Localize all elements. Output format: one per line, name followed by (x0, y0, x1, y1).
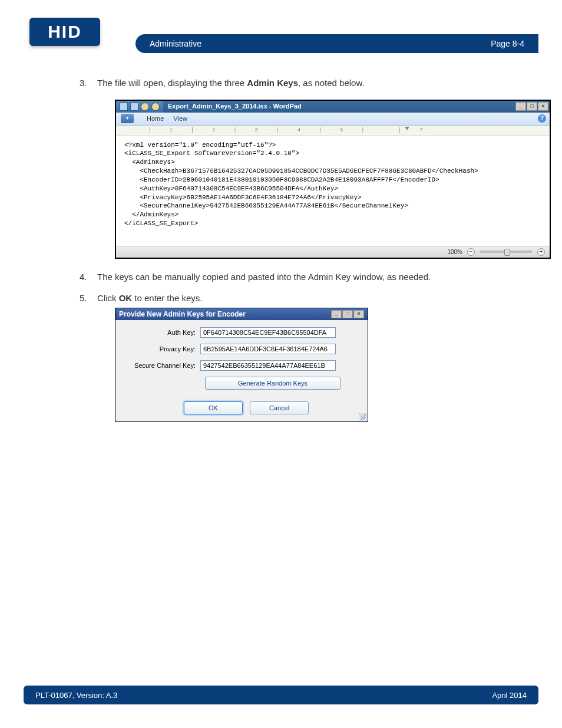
tab-home[interactable]: Home (147, 114, 164, 124)
dialog-body: Auth Key: Privacy Key: Secure Channel Ke… (115, 320, 368, 421)
window-controls: _ □ × (515, 102, 550, 111)
step-4: The keys can be manually copied and past… (80, 271, 533, 284)
app-icon[interactable] (120, 103, 128, 111)
help-icon[interactable]: ? (538, 114, 546, 123)
secure-channel-key-label: Secure Channel Key: (125, 361, 200, 371)
wordpad-titlebar[interactable]: Export_Admin_Keys_3_2014.isx - WordPad _… (116, 101, 550, 113)
section-title: Administrative (150, 39, 201, 48)
step-5-bold: OK (119, 293, 133, 303)
dialog-maximize-button[interactable]: □ (342, 310, 353, 318)
step-5-pre: Click (97, 293, 119, 303)
zoom-out-button[interactable]: − (467, 248, 475, 256)
auth-key-label: Auth Key: (125, 328, 200, 338)
document-body[interactable]: <?xml version="1.0" encoding="utf-16"?> … (116, 136, 550, 246)
page-number-top: Page 8-4 (491, 39, 524, 48)
tab-view[interactable]: View (173, 114, 187, 124)
dialog-window-controls: _ □ × (331, 310, 364, 318)
ribbon-tabs: Home View ? (116, 113, 550, 126)
quick-access-toolbar[interactable] (116, 101, 163, 113)
page-content: The file will open, displaying the three… (80, 77, 533, 430)
undo-icon[interactable] (141, 103, 149, 111)
margin-marker-icon[interactable] (405, 127, 409, 130)
dialog-minimize-button[interactable]: _ (331, 310, 342, 318)
doc-id: PLT-01067, Version: A.3 (35, 691, 117, 700)
dialog-title: Provide New Admin Keys for Encoder (119, 309, 246, 319)
step-3-post: , as noted below. (298, 78, 365, 88)
doc-date: April 2014 (492, 691, 527, 700)
save-icon[interactable] (130, 103, 138, 111)
zoom-slider[interactable] (480, 251, 533, 253)
resize-grip-icon[interactable] (359, 413, 366, 420)
minimize-button[interactable]: _ (515, 102, 526, 111)
wordpad-window: Export_Admin_Keys_3_2014.isx - WordPad _… (115, 100, 551, 259)
close-button[interactable]: × (538, 102, 548, 111)
step-3-bold: Admin Keys (247, 78, 298, 88)
dialog-titlebar[interactable]: Provide New Admin Keys for Encoder _ □ × (115, 308, 368, 320)
hid-logo: HID (29, 18, 100, 46)
app-menu-button[interactable] (121, 114, 134, 123)
redo-icon[interactable] (151, 103, 160, 111)
step-3-pre: The file will open, displaying the three (97, 78, 247, 88)
admin-keys-dialog: Provide New Admin Keys for Encoder _ □ ×… (115, 308, 368, 422)
zoom-in-button[interactable]: + (537, 248, 545, 256)
ruler-ticks: · · · · | · · · · 1 · · · · | · · · · 2 … (133, 126, 427, 134)
maximize-button[interactable]: □ (527, 102, 537, 111)
step-5: Click OK to enter the keys. Provide New … (80, 292, 533, 422)
cancel-button[interactable]: Cancel (250, 401, 309, 414)
dialog-close-button[interactable]: × (353, 310, 364, 318)
privacy-key-label: Privacy Key: (125, 344, 200, 354)
zoom-level: 100% (447, 248, 462, 256)
step-3: The file will open, displaying the three… (80, 77, 533, 259)
page-header: HID Administrative Page 8-4 (24, 34, 538, 53)
privacy-key-input[interactable] (200, 344, 336, 354)
auth-key-input[interactable] (200, 327, 336, 338)
step-5-post: to enter the keys. (132, 293, 202, 303)
page-footer: PLT-01067, Version: A.3 April 2014 (24, 686, 538, 704)
generate-random-keys-button[interactable]: Generate Random Keys (205, 377, 340, 390)
status-bar: 100% − + (116, 246, 550, 258)
header-pill: Administrative Page 8-4 (135, 34, 538, 53)
ok-button[interactable]: OK (184, 401, 243, 414)
ruler[interactable]: · · · · | · · · · 1 · · · · | · · · · 2 … (116, 126, 550, 136)
secure-channel-key-input[interactable] (200, 360, 336, 371)
logo-wrap: HID (24, 34, 130, 53)
wordpad-title: Export_Admin_Keys_3_2014.isx - WordPad (163, 101, 515, 111)
